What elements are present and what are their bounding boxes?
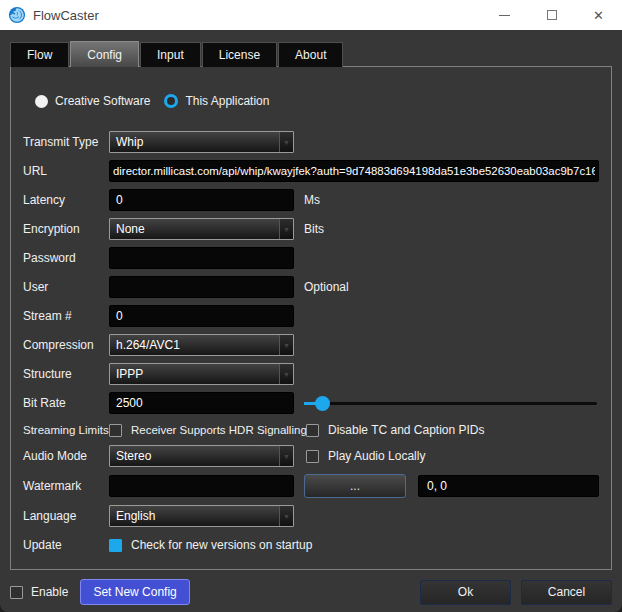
chevron-down-icon[interactable]: ▼ <box>279 335 293 355</box>
maximize-icon <box>547 10 557 20</box>
row-language: Language English ▼ <box>23 505 599 527</box>
tab-license[interactable]: License <box>202 42 277 67</box>
url-input[interactable] <box>109 160 599 182</box>
close-button[interactable]: ✕ <box>575 0 622 30</box>
row-watermark: Watermark ... <box>23 474 599 498</box>
url-label: URL <box>23 164 109 178</box>
chevron-down-icon[interactable]: ▼ <box>279 132 293 152</box>
tab-about[interactable]: About <box>278 42 343 67</box>
audio-mode-select[interactable]: Stereo ▼ <box>109 445 294 467</box>
target-radio-group: Creative Software This Application <box>35 93 599 109</box>
watermark-input[interactable] <box>109 475 294 497</box>
radio-creative-software[interactable]: Creative Software <box>35 94 150 108</box>
update-label: Update <box>23 538 109 552</box>
radio-this-application[interactable]: This Application <box>164 94 269 108</box>
tab-input[interactable]: Input <box>140 42 201 67</box>
row-stream-number: Stream # <box>23 305 599 327</box>
watermark-label: Watermark <box>23 479 109 493</box>
bit-rate-label: Bit Rate <box>23 396 109 410</box>
row-audio-mode: Audio Mode Stereo ▼ Play Audio Locally <box>23 445 599 467</box>
titlebar: FlowCaster ✕ <box>0 0 622 30</box>
cancel-button[interactable]: Cancel <box>521 580 612 605</box>
row-structure: Structure IPPP ▼ <box>23 363 599 385</box>
row-bit-rate: Bit Rate <box>23 392 599 414</box>
slider-track[interactable] <box>304 402 597 405</box>
user-label: User <box>23 280 109 294</box>
encryption-label: Encryption <box>23 222 109 236</box>
password-input[interactable] <box>109 247 294 269</box>
footer-bar: Enable Set New Config Ok Cancel <box>0 570 622 605</box>
watermark-position-input[interactable] <box>418 475 599 497</box>
stream-number-input[interactable] <box>109 305 294 327</box>
flowcaster-window: FlowCaster ✕ Flow Config Input License A… <box>0 0 622 612</box>
row-password: Password <box>23 247 599 269</box>
row-encryption: Encryption None ▼ Bits <box>23 218 599 240</box>
row-latency: Latency Ms <box>23 189 599 211</box>
streaming-limits-label: Streaming Limits <box>23 424 109 436</box>
compression-label: Compression <box>23 338 109 352</box>
chevron-down-icon[interactable]: ▼ <box>279 219 293 239</box>
disable-tc-checkbox[interactable] <box>306 424 319 437</box>
row-user: User Optional <box>23 276 599 298</box>
user-input[interactable] <box>109 276 294 298</box>
play-audio-locally-checkbox-group[interactable]: Play Audio Locally <box>306 449 425 463</box>
window-title: FlowCaster <box>33 8 99 23</box>
bit-rate-slider[interactable] <box>304 394 599 412</box>
radio-selected-icon <box>164 94 178 108</box>
tab-bar: Flow Config Input License About <box>0 30 622 67</box>
close-icon: ✕ <box>593 9 604 22</box>
config-panel: Creative Software This Application Trans… <box>10 66 612 570</box>
set-new-config-button[interactable]: Set New Config <box>80 579 189 605</box>
hdr-signalling-checkbox[interactable] <box>109 424 122 437</box>
enable-label: Enable <box>31 585 68 599</box>
radio-unselected-icon <box>35 95 48 108</box>
user-optional-label: Optional <box>304 280 349 294</box>
enable-checkbox[interactable] <box>10 586 23 599</box>
ok-button[interactable]: Ok <box>420 580 511 605</box>
disable-tc-checkbox-group[interactable]: Disable TC and Caption PIDs <box>306 423 485 437</box>
language-label: Language <box>23 509 109 523</box>
play-audio-locally-checkbox[interactable] <box>306 450 319 463</box>
enable-checkbox-group[interactable]: Enable <box>10 585 68 599</box>
transmit-type-select[interactable]: Whip ▼ <box>109 131 294 153</box>
audio-mode-label: Audio Mode <box>23 449 109 463</box>
encryption-select[interactable]: None ▼ <box>109 218 294 240</box>
row-compression: Compression h.264/AVC1 ▼ <box>23 334 599 356</box>
chevron-down-icon[interactable]: ▼ <box>279 364 293 384</box>
check-updates-checkbox[interactable] <box>109 539 122 552</box>
latency-unit-label: Ms <box>304 193 320 207</box>
latency-input[interactable] <box>109 189 294 211</box>
app-logo-icon <box>8 6 26 24</box>
compression-select[interactable]: h.264/AVC1 ▼ <box>109 334 294 356</box>
window-controls: ✕ <box>481 0 622 30</box>
latency-label: Latency <box>23 193 109 207</box>
bit-rate-input[interactable] <box>109 392 294 414</box>
maximize-button[interactable] <box>528 0 575 30</box>
structure-select[interactable]: IPPP ▼ <box>109 363 294 385</box>
password-label: Password <box>23 251 109 265</box>
chevron-down-icon[interactable]: ▼ <box>279 506 293 526</box>
encryption-unit-label: Bits <box>304 222 324 236</box>
watermark-browse-button[interactable]: ... <box>304 474 406 498</box>
row-url: URL <box>23 160 599 182</box>
language-select[interactable]: English ▼ <box>109 505 294 527</box>
row-transmit-type: Transmit Type Whip ▼ <box>23 131 599 153</box>
structure-label: Structure <box>23 367 109 381</box>
row-streaming-limits: Streaming Limits Receiver Supports HDR S… <box>23 421 599 439</box>
transmit-type-label: Transmit Type <box>23 135 109 149</box>
slider-thumb[interactable] <box>315 396 330 411</box>
minimize-button[interactable] <box>481 0 528 30</box>
row-update: Update Check for new versions on startup <box>23 534 599 556</box>
tab-flow[interactable]: Flow <box>10 42 69 67</box>
tab-config[interactable]: Config <box>70 41 139 67</box>
hdr-signalling-checkbox-group[interactable]: Receiver Supports HDR Signalling <box>109 424 306 437</box>
check-updates-checkbox-group[interactable]: Check for new versions on startup <box>109 538 312 552</box>
chevron-down-icon[interactable]: ▼ <box>279 446 293 466</box>
stream-number-label: Stream # <box>23 309 109 323</box>
minimize-icon <box>499 15 510 16</box>
